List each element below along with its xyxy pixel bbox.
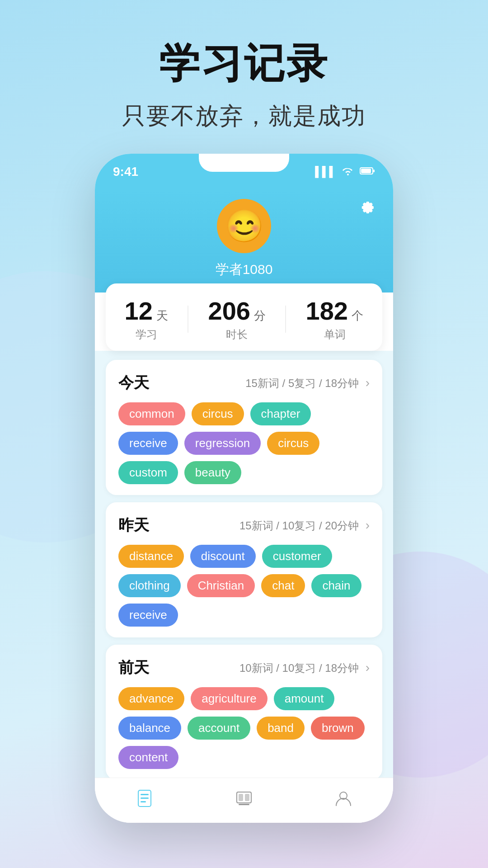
phone-content: 😊 学者1080 12 天 学习 206 分 时长 182 个 单词	[95, 190, 393, 823]
day-before-stats: 10新词 / 10复习 / 18分钟 ›	[239, 660, 370, 675]
yesterday-card[interactable]: 昨天 15新词 / 10复习 / 20分钟 › distance discoun…	[106, 502, 382, 637]
username: 学者1080	[113, 260, 375, 279]
page-title: 学习记录	[0, 36, 488, 91]
yesterday-arrow: ›	[366, 518, 370, 532]
status-time: 9:41	[113, 165, 138, 179]
today-stats: 15新词 / 5复习 / 18分钟 ›	[245, 376, 370, 391]
status-icons: ▌▌▌	[315, 165, 375, 178]
study-icon	[234, 788, 254, 812]
word-tag[interactable]: advance	[118, 687, 184, 710]
word-tag[interactable]: circus	[192, 402, 244, 425]
word-tag[interactable]: receive	[118, 604, 178, 627]
stat-words: 182 个 单词	[306, 296, 364, 342]
word-tag[interactable]: circus	[267, 432, 319, 455]
word-tag[interactable]: distance	[118, 545, 184, 568]
page-subtitle: 只要不放弃，就是成功	[0, 100, 488, 132]
svg-rect-8	[239, 794, 243, 801]
nav-profile[interactable]	[333, 788, 353, 812]
word-tag[interactable]: content	[118, 746, 178, 769]
stat-minutes-unit: 分	[254, 309, 266, 322]
stat-words-label: 单词	[306, 327, 364, 342]
svg-rect-2	[373, 170, 375, 172]
svg-rect-6	[141, 801, 146, 802]
stat-words-unit: 个	[352, 309, 363, 322]
battery-icon	[360, 166, 375, 178]
today-header: 今天 15新词 / 5复习 / 18分钟 ›	[118, 373, 370, 393]
day-before-words: advance agriculture amount balance accou…	[118, 687, 370, 769]
status-bar: 9:41 ▌▌▌	[95, 154, 393, 190]
stat-words-number: 182	[306, 297, 348, 325]
yesterday-title: 昨天	[118, 515, 149, 536]
stat-days-number: 12	[125, 297, 153, 325]
page-header: 学习记录 只要不放弃，就是成功	[0, 0, 488, 132]
notch	[199, 154, 289, 172]
word-tag[interactable]: account	[188, 717, 250, 740]
today-title: 今天	[118, 373, 149, 393]
day-before-title: 前天	[118, 657, 149, 678]
stat-minutes-number: 206	[208, 297, 250, 325]
word-tag[interactable]: receive	[118, 432, 178, 455]
nav-records[interactable]	[135, 788, 155, 812]
today-card[interactable]: 今天 15新词 / 5复习 / 18分钟 › common circus cha…	[106, 360, 382, 495]
svg-rect-1	[361, 169, 371, 173]
word-tag[interactable]: beauty	[184, 461, 241, 484]
svg-rect-4	[141, 794, 149, 795]
bottom-nav	[95, 778, 393, 823]
word-tag[interactable]: brown	[311, 717, 365, 740]
stat-days-unit: 天	[156, 309, 168, 322]
stats-card: 12 天 学习 206 分 时长 182 个 单词	[106, 283, 382, 351]
word-tag[interactable]: band	[257, 717, 305, 740]
stat-minutes: 206 分 时长	[208, 296, 266, 342]
nav-study[interactable]	[234, 788, 254, 812]
today-words: common circus chapter receive regression…	[118, 402, 370, 484]
records-icon	[135, 788, 155, 812]
word-tag[interactable]: discount	[190, 545, 256, 568]
stat-divider-1	[188, 306, 188, 333]
scroll-area: 今天 15新词 / 5复习 / 18分钟 › common circus cha…	[95, 351, 393, 778]
stat-divider-2	[285, 306, 286, 333]
word-tag[interactable]: agriculture	[191, 687, 267, 710]
yesterday-words: distance discount customer clothing Chri…	[118, 545, 370, 627]
svg-rect-5	[141, 797, 149, 799]
today-arrow: ›	[366, 376, 370, 390]
word-tag[interactable]: Christian	[187, 574, 255, 597]
avatar: 😊	[217, 199, 271, 253]
stat-minutes-label: 时长	[208, 327, 266, 342]
svg-rect-10	[239, 804, 249, 805]
phone-shell: 9:41 ▌▌▌	[95, 154, 393, 823]
svg-rect-9	[245, 794, 249, 801]
stat-days-label: 学习	[125, 327, 169, 342]
word-tag[interactable]: common	[118, 402, 185, 425]
word-tag[interactable]: chat	[261, 574, 305, 597]
word-tag[interactable]: amount	[274, 687, 335, 710]
signal-icon: ▌▌▌	[315, 166, 336, 178]
word-tag[interactable]: chapter	[250, 402, 311, 425]
word-tag[interactable]: customer	[262, 545, 332, 568]
word-tag[interactable]: custom	[118, 461, 178, 484]
settings-icon[interactable]	[359, 199, 375, 219]
yesterday-stats: 15新词 / 10复习 / 20分钟 ›	[239, 518, 370, 533]
stat-days: 12 天 学习	[125, 296, 169, 342]
header-area: 😊 学者1080	[95, 190, 393, 292]
word-tag[interactable]: chain	[311, 574, 361, 597]
word-tag[interactable]: regression	[184, 432, 261, 455]
day-before-card[interactable]: 前天 10新词 / 10复习 / 18分钟 › advance agricult…	[106, 645, 382, 778]
wifi-icon	[342, 165, 354, 178]
day-before-arrow: ›	[366, 660, 370, 675]
yesterday-header: 昨天 15新词 / 10复习 / 20分钟 ›	[118, 515, 370, 536]
day-before-header: 前天 10新词 / 10复习 / 18分钟 ›	[118, 657, 370, 678]
profile-icon	[333, 788, 353, 812]
word-tag[interactable]: balance	[118, 717, 181, 740]
word-tag[interactable]: clothing	[118, 574, 181, 597]
